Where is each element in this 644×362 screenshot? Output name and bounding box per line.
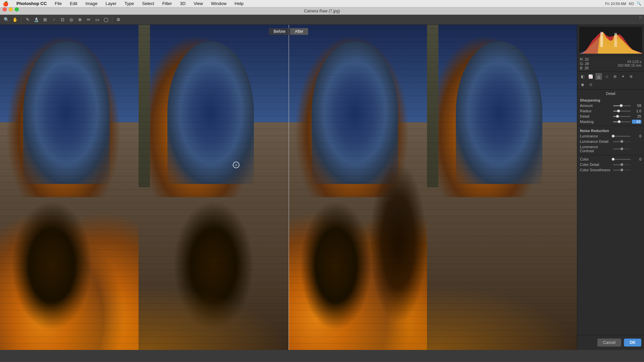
color-detail-slider[interactable] [613, 164, 631, 165]
after-label[interactable]: After [290, 28, 308, 35]
canvas-area[interactable]: Before After [0, 25, 577, 350]
masking-slider[interactable] [613, 121, 631, 122]
color-thumb[interactable] [612, 158, 614, 161]
amount-slider[interactable] [613, 105, 631, 106]
color-detail-thumb[interactable] [621, 163, 623, 166]
maximize-button[interactable] [15, 7, 19, 11]
detail-row: Detail 25 [577, 114, 644, 119]
section-divider-2 [577, 155, 644, 155]
sharpening-title: Sharpening [577, 97, 644, 103]
ok-button[interactable]: OK [624, 339, 641, 347]
menu-edit[interactable]: Edit [68, 1, 78, 6]
g-number: 28 [585, 62, 589, 66]
detail-icon active[interactable]: △ [595, 73, 602, 80]
presets-icon[interactable]: ⊙ [587, 81, 594, 88]
menu-select[interactable]: Select [141, 1, 155, 6]
detail-slider[interactable] [613, 116, 631, 117]
before-image [0, 25, 288, 350]
menu-file[interactable]: File [53, 1, 63, 6]
radius-thumb[interactable] [617, 110, 620, 112]
spot-removal-tool[interactable]: ◎ [67, 16, 75, 23]
histogram [577, 25, 644, 56]
right-panel: R: 32 G: 28 B: 28 f/4 1/15 s ISO 8 [577, 25, 644, 350]
transform-tool[interactable]: ⊡ [59, 16, 66, 23]
lens-corrections-icon[interactable]: ✦ [620, 73, 626, 80]
tone-curve-icon[interactable]: 📈 [587, 73, 594, 80]
hand-tool[interactable]: ✋ [11, 16, 19, 23]
g-value: G: 28 [580, 62, 589, 66]
color-detail-row: Color Detail [577, 162, 644, 167]
amount-value: 59 [632, 104, 641, 108]
minimize-button[interactable] [9, 7, 13, 11]
camera-calibration-icon[interactable]: ◉ [579, 81, 586, 88]
preferences-btn[interactable]: ⚙ [115, 16, 122, 23]
histogram-canvas [579, 27, 642, 54]
g-label: G: [580, 62, 584, 66]
before-after-divider [288, 25, 289, 350]
r-value: R: 32 [580, 57, 589, 61]
menu-filter[interactable]: Filter [161, 1, 173, 6]
menu-window[interactable]: Window [210, 1, 228, 6]
effects-icon[interactable]: ⊕ [628, 73, 634, 80]
b-label: B: [580, 66, 583, 70]
masking-label: Masking [580, 120, 612, 124]
search-icon[interactable]: 🔍 [637, 1, 641, 6]
color-smoothness-slider[interactable] [613, 170, 631, 171]
luminance-contrast-thumb[interactable] [621, 147, 623, 150]
color-slider[interactable] [613, 159, 631, 160]
apple-menu[interactable]: 🍎 [3, 1, 8, 6]
color-sampler-tool[interactable]: 🔬 [33, 16, 40, 23]
menu-type[interactable]: Type [123, 1, 135, 6]
amount-row: Amount 59 [577, 103, 644, 108]
detail-label: Detail [580, 114, 612, 118]
gradient-filter[interactable]: ▭ [94, 16, 101, 23]
hsl-icon[interactable]: ◇ [603, 73, 610, 80]
redeye-tool[interactable]: ⊕ [76, 16, 84, 23]
color-smoothness-row: Color Smoothness [577, 167, 644, 173]
color-smoothness-thumb[interactable] [621, 169, 623, 171]
luminance-detail-thumb[interactable] [621, 140, 623, 143]
stone-texture-after [288, 25, 577, 350]
masking-thumb[interactable] [618, 120, 621, 123]
noise-reduction-title: Noise Reduction [577, 127, 644, 133]
luminance-detail-slider[interactable] [613, 141, 631, 142]
color-detail-label: Color Detail [580, 163, 612, 167]
rgb-values: R: 32 G: 28 B: 28 [580, 57, 589, 70]
luminance-slider[interactable] [613, 136, 631, 137]
menu-image[interactable]: Image [84, 1, 99, 6]
crop-tool[interactable]: ⊞ [41, 16, 49, 23]
before-after-labels: Before After [269, 28, 308, 35]
split-toning-icon[interactable]: ⊞ [611, 73, 618, 80]
luminance-detail-label: Luminance Detail [580, 139, 612, 143]
action-buttons: Cancel OK [577, 335, 644, 350]
app-name[interactable]: Photoshop CC [15, 1, 48, 6]
detail-thumb[interactable] [616, 115, 619, 118]
white-balance-tool[interactable]: ✎ [24, 16, 31, 23]
straighten-tool[interactable]: ⟋ [50, 16, 57, 23]
amount-thumb[interactable] [620, 104, 623, 107]
menu-bar: 🍎 Photoshop CC File Edit Image Layer Typ… [0, 0, 644, 7]
luminance-thumb[interactable] [612, 135, 614, 137]
menu-user: KD [629, 2, 634, 6]
basic-adjustments-icon[interactable]: ◧ [579, 73, 586, 80]
menu-help[interactable]: Help [233, 1, 245, 6]
tool-separator-1 [21, 17, 21, 23]
menu-layer[interactable]: Layer [104, 1, 118, 6]
menu-3d[interactable]: 3D [179, 1, 187, 6]
luminance-detail-row: Luminance Detail [577, 139, 644, 144]
adjustment-brush[interactable]: ✏ [85, 16, 92, 23]
zoom-tool[interactable]: 🔍 [3, 16, 10, 23]
r-number: 32 [585, 57, 589, 61]
masking-row: Masking 43 [577, 119, 644, 124]
cancel-button[interactable]: Cancel [597, 339, 621, 347]
luminance-contrast-slider[interactable] [613, 148, 631, 149]
radius-value: 1.0 [632, 109, 641, 113]
radial-filter[interactable]: ◯ [102, 16, 110, 23]
before-label[interactable]: Before [269, 28, 290, 35]
close-button[interactable] [3, 7, 7, 11]
camera-info: f/4 1/15 s ISO 800 15 mm [618, 60, 641, 67]
masking-value[interactable]: 43 [632, 120, 641, 124]
menu-view[interactable]: View [192, 1, 204, 6]
radius-slider[interactable] [613, 111, 631, 112]
histogram-svg [579, 27, 642, 54]
